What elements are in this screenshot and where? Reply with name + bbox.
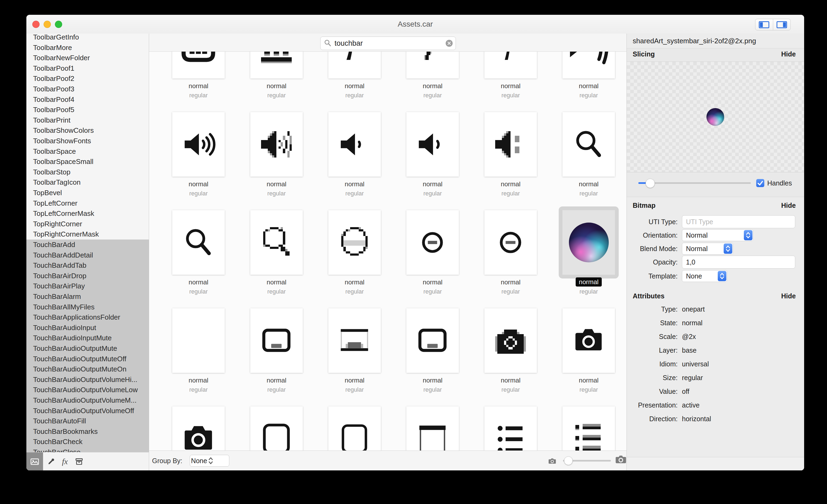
tile-size-label: regular [406,190,459,197]
bitmap-field-label: UTI Type: [627,218,678,226]
slicing-preview[interactable] [627,62,804,172]
panel-toggle-group [755,19,791,31]
content-bottom-bar: Group By: None [149,450,627,470]
eyedropper-tool-icon[interactable] [44,452,58,470]
sidebar-item-touchbarautofill[interactable]: TouchBarAutoFill [27,416,149,426]
sidebar-item-toprightcornermask[interactable]: TopRightCornerMask [27,229,149,239]
sidebar-item-toolbarprint[interactable]: ToolbarPrint [27,115,149,125]
sidebar-item-topleftcornermask[interactable]: TopLeftCornerMask [27,208,149,219]
sidebar-item-touchbaraudiooutputvolumeoff[interactable]: TouchBarAudioOutputVolumeOff [27,406,149,416]
sidebar-item-touchbarbookmarks[interactable]: TouchBarBookmarks [27,426,149,437]
tile-state-label: normal [172,82,225,90]
sidebar-item-touchbaralarm[interactable]: TouchBarAlarm [27,291,149,302]
blend-mode-select[interactable]: Normal [682,243,733,255]
speaker-3waves-icon [181,127,216,162]
template-select[interactable]: None [682,270,727,282]
sidebar-item-touchbaradd[interactable]: TouchBarAdd [27,239,149,250]
bitmap-hide-button[interactable]: Hide [781,202,796,209]
sidebar-item-toolbarspacesmall[interactable]: ToolbarSpaceSmall [27,157,149,167]
sidebar-item-touchbaraddtab[interactable]: TouchBarAddTab [27,260,149,271]
tile-state-label: normal [250,377,303,384]
asset-name-list: ToolbarGetInfoToolbarMoreToolbarNewFolde… [27,34,149,452]
sidebar-item-touchbaraudioinputmute[interactable]: TouchBarAudioInputMute [27,333,149,343]
sidebar-item-toolbarpoof4[interactable]: ToolbarPoof4 [27,94,149,105]
uti-type-input[interactable] [682,215,795,228]
large-thumbnails-camera-icon[interactable] [615,455,627,464]
sidebar-item-topleftcorner[interactable]: TopLeftCorner [27,198,149,209]
archive-box-tool-icon[interactable] [71,452,87,470]
tile-state-label: normal [328,377,381,384]
sidebar-item-touchbaraudiooutputmute[interactable]: TouchBarAudioOutputMute [27,343,149,354]
sidebar-item-toolbarpoof2[interactable]: ToolbarPoof2 [27,73,149,84]
sidebar-item-touchbaraudiooutputvolumem...[interactable]: TouchBarAudioOutputVolumeM... [27,395,149,406]
siri-orb-icon [569,223,609,262]
sidebar-item-touchbaraudiooutputvolumehi...[interactable]: TouchBarAudioOutputVolumeHi... [27,375,149,385]
tile-state-label: normal [563,82,615,90]
sidebar-item-touchbarallmyfiles[interactable]: TouchBarAllMyFiles [27,302,149,312]
slicing-title: Slicing [633,50,655,58]
tile-state-label: normal [406,82,459,90]
sidebar-item-toolbarmore[interactable]: ToolbarMore [27,43,149,53]
sidebar-item-touchbaradddetail[interactable]: TouchBarAddDetail [27,250,149,261]
tile-state-label: normal [172,278,225,286]
magnifier-pixel-icon [259,225,294,260]
sidebar-item-topbevel[interactable]: TopBevel [27,188,149,198]
tile-size-label: regular [406,92,459,99]
sidebar-item-toolbarspace[interactable]: ToolbarSpace [27,146,149,157]
attribute-value: @2x [682,333,696,341]
tile-size-label: regular [172,92,225,99]
group-by-select[interactable]: None [190,455,229,467]
images-tool-icon[interactable] [27,452,43,470]
sidebar-item-toolbargetinfo[interactable]: ToolbarGetInfo [27,34,149,43]
sidebar-item-toolbarshowcolors[interactable]: ToolbarShowColors [27,125,149,136]
sidebar-item-toolbarpoof5[interactable]: ToolbarPoof5 [27,105,149,115]
search-field[interactable] [320,37,456,50]
tile-size-label: regular [484,386,537,393]
sidebar-item-touchbaraudiooutputmuteon[interactable]: TouchBarAudioOutputMuteOn [27,364,149,375]
attributes-hide-button[interactable]: Hide [781,292,796,300]
toggle-right-sidebar-button[interactable] [773,19,791,30]
slicing-hide-button[interactable]: Hide [781,50,796,58]
small-thumbnails-camera-icon[interactable] [548,458,556,464]
sidebar-item-touchbaraudiooutputvolumelow[interactable]: TouchBarAudioOutputVolumeLow [27,385,149,395]
fx-tool-icon[interactable]: fx [58,452,71,470]
handles-checkbox[interactable] [756,179,764,187]
clear-search-icon[interactable] [445,40,453,47]
magnifier-icon [181,225,216,260]
orientation-select[interactable]: Normal [682,229,753,241]
speaker-bar-pixel-icon [493,127,528,162]
sidebar-item-touchbarcheck[interactable]: TouchBarCheck [27,437,149,447]
group-by-value: None [190,457,208,465]
sidebar-item-touchbarairdrop[interactable]: TouchBarAirDrop [27,271,149,281]
tile-state-label: normal [250,180,303,188]
camera-icon [571,323,606,358]
slicing-zoom-slider[interactable] [650,182,751,184]
sidebar-item-touchbaraudiooutputmuteoff[interactable]: TouchBarAudioOutputMuteOff [27,354,149,364]
attribute-value: base [682,346,696,354]
sidebar-item-toolbarstop[interactable]: ToolbarStop [27,167,149,177]
sidebar-item-toolbarnewfolder[interactable]: ToolbarNewFolder [27,53,149,63]
sidebar-item-toolbarshowfonts[interactable]: ToolbarShowFonts [27,136,149,146]
sidebar-item-touchbarclose[interactable]: TouchBarClose [27,447,149,452]
sidebar-item-touchbaraudioinput[interactable]: TouchBarAudioInput [27,323,149,333]
slicing-zoom-slider-knob[interactable] [646,179,655,188]
sidebar-item-toolbarpoof1[interactable]: ToolbarPoof1 [27,63,149,74]
sidebar-item-touchbarairplay[interactable]: TouchBarAirPlay [27,281,149,291]
sidebar-item-toolbarpoof3[interactable]: ToolbarPoof3 [27,84,149,94]
app-window: Assets.car ToolbarGetInfoToolbarMoreTool… [27,15,804,470]
attribute-label: State: [627,319,678,327]
bitmap-title: Bitmap [633,202,655,209]
sidebar-item-toolbartagicon[interactable]: ToolbarTagIcon [27,177,149,188]
thumbnail-size-slider-knob[interactable] [564,456,573,465]
attribute-value: active [682,401,699,409]
sidebar-item-touchbarapplicationsfolder[interactable]: TouchBarApplicationsFolder [27,312,149,323]
tile-size-label: regular [328,190,381,197]
tile-size-label: regular [484,92,537,99]
opacity-input[interactable] [682,256,795,269]
toggle-left-sidebar-button[interactable] [756,19,773,30]
rect-topbar-icon [415,421,450,450]
sidebar-item-toprightcorner[interactable]: TopRightCorner [27,219,149,229]
panel-footer [627,457,804,470]
search-input[interactable] [334,39,445,48]
tile-state-label: normal [563,377,615,384]
